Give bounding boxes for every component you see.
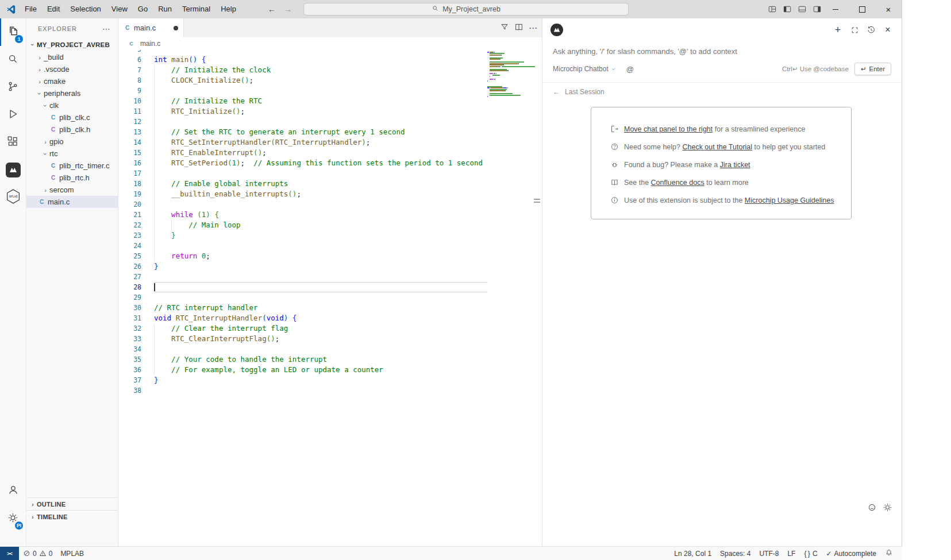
tip-link[interactable]: Move chat panel to the right: [624, 125, 713, 133]
activity-search[interactable]: [0, 46, 26, 74]
code-line-34[interactable]: 34: [118, 344, 487, 354]
code-line-16[interactable]: 16 RTC_SetPeriod(1); // Assuming this fu…: [118, 158, 487, 168]
menu-go[interactable]: Go: [133, 0, 153, 18]
code-line-37[interactable]: 37}: [118, 375, 487, 385]
code-line-17[interactable]: 17: [118, 168, 487, 179]
customize-layout-icon[interactable]: [765, 0, 780, 18]
enter-button[interactable]: ↵ Enter: [854, 63, 891, 75]
history-icon[interactable]: [865, 24, 877, 36]
close-icon[interactable]: ×: [882, 24, 894, 36]
code-line-21[interactable]: 21 while (1) {: [118, 210, 487, 220]
more-actions-icon[interactable]: ⋯: [529, 25, 537, 31]
modified-dot-icon[interactable]: [174, 26, 178, 30]
tree-item-.vscode[interactable]: .vscode: [26, 63, 118, 75]
filter-icon[interactable]: [500, 22, 509, 34]
code-line-14[interactable]: 14 RTC_SetInterruptHandler(RTC_Interrupt…: [118, 137, 487, 148]
tree-item-clk[interactable]: clk: [26, 99, 118, 111]
activity-extensions[interactable]: [0, 129, 26, 156]
code-line-13[interactable]: 13 // Set the RTC to generate an interru…: [118, 127, 487, 137]
menu-edit[interactable]: Edit: [42, 0, 65, 18]
code-line-29[interactable]: 29: [118, 292, 487, 303]
eol-sequence[interactable]: LF: [787, 550, 795, 558]
encoding[interactable]: UTF-8: [759, 550, 779, 558]
close-button[interactable]: ×: [875, 0, 902, 18]
code-line-11[interactable]: 11 RTC_Initialize();: [118, 106, 487, 117]
tree-item-gpio[interactable]: gpio: [26, 136, 118, 148]
menu-terminal[interactable]: Terminal: [177, 0, 215, 18]
tree-item-rtc[interactable]: rtc: [26, 148, 118, 160]
expand-icon[interactable]: [849, 24, 860, 36]
code-line-27[interactable]: 27: [118, 272, 487, 282]
code-line-7[interactable]: 7 // Initialize the clock: [118, 65, 487, 75]
breadcrumb[interactable]: C main.c: [118, 37, 542, 50]
toggle-sidebar-left-icon[interactable]: [780, 0, 795, 18]
code-line-19[interactable]: 19 __builtin_enable_interrupts();: [118, 189, 487, 199]
search-box[interactable]: My_Project_avreb: [303, 3, 629, 16]
code-line-23[interactable]: 23 }: [118, 230, 487, 241]
activity-microchip[interactable]: [0, 156, 26, 184]
code-line-12[interactable]: 12: [118, 117, 487, 127]
activity-mplab[interactable]: MPLAB: [0, 184, 26, 211]
gear-icon[interactable]: [883, 503, 892, 515]
section-timeline[interactable]: TIMELINE: [26, 510, 118, 523]
tree-root[interactable]: MY_PROJECT_AVREB: [26, 38, 118, 51]
tip-link[interactable]: Microchip Usage Guidelines: [745, 196, 834, 204]
forward-icon[interactable]: →: [284, 5, 292, 14]
tab-main-c[interactable]: C main.c: [118, 18, 184, 37]
code-line-31[interactable]: 31void RTC_InterruptHandler(void) {: [118, 313, 487, 323]
activity-accounts[interactable]: [0, 477, 26, 505]
menu-run[interactable]: Run: [153, 0, 177, 18]
maximize-button[interactable]: [849, 0, 875, 18]
section-outline[interactable]: OUTLINE: [26, 497, 118, 510]
menu-view[interactable]: View: [106, 0, 133, 18]
sash-handle[interactable]: [534, 199, 540, 204]
code-line-28[interactable]: 28: [118, 282, 487, 292]
remote-indicator[interactable]: ><: [0, 547, 19, 560]
activity-settings[interactable]: PI: [0, 505, 26, 532]
code-line-26[interactable]: 26}: [118, 261, 487, 272]
chat-input-area[interactable]: Ask anything, '/' for slash commands, '@…: [542, 41, 902, 83]
new-chat-icon[interactable]: +: [832, 24, 844, 36]
code-line-9[interactable]: 9: [118, 86, 487, 96]
code-line-20[interactable]: 20: [118, 199, 487, 210]
tree-item-plib_clk.c[interactable]: Cplib_clk.c: [26, 111, 118, 123]
autocomplete-status[interactable]: ✓ Autocomplete: [826, 550, 876, 558]
activity-source-control[interactable]: [0, 74, 26, 101]
code-line-38[interactable]: 38: [118, 385, 487, 396]
code-line-24[interactable]: 24: [118, 241, 487, 251]
back-icon[interactable]: ←: [268, 5, 276, 14]
code-line-5[interactable]: 5: [118, 50, 487, 55]
smiley-icon[interactable]: [867, 503, 877, 515]
tip-link[interactable]: Jira ticket: [720, 161, 750, 169]
code-line-36[interactable]: 36 // For example, toggle an LED or upda…: [118, 365, 487, 375]
code-line-25[interactable]: 25 return 0;: [118, 251, 487, 261]
code-line-6[interactable]: 6int main() {: [118, 55, 487, 65]
toggle-panel-icon[interactable]: [795, 0, 810, 18]
last-session-link[interactable]: ← Last Session: [542, 83, 902, 101]
tree-item-peripherals[interactable]: peripherals: [26, 87, 118, 99]
tree-item-plib_clk.h[interactable]: Cplib_clk.h: [26, 123, 118, 136]
minimize-button[interactable]: [822, 0, 849, 18]
activity-explorer[interactable]: 1: [0, 18, 26, 46]
tree-item-plib_rtc_timer.c[interactable]: Cplib_rtc_timer.c: [26, 160, 118, 172]
cursor-position[interactable]: Ln 28, Col 1: [674, 550, 711, 558]
code-line-32[interactable]: 32 // Clear the interrupt flag: [118, 323, 487, 334]
code-line-10[interactable]: 10 // Initialize the RTC: [118, 96, 487, 106]
more-actions-icon[interactable]: ⋯: [102, 24, 111, 33]
code-line-22[interactable]: 22 // Main loop: [118, 220, 487, 230]
code-line-30[interactable]: 30// RTC interrupt handler: [118, 303, 487, 313]
model-selector[interactable]: Microchip Chatbot: [553, 65, 616, 73]
code-line-18[interactable]: 18 // Enable global interrupts: [118, 179, 487, 189]
code-line-35[interactable]: 35 // Your code to handle the interrupt: [118, 354, 487, 365]
tree-item-cmake[interactable]: cmake: [26, 75, 118, 87]
menu-file[interactable]: File: [20, 0, 42, 18]
tip-link[interactable]: Confluence docs: [651, 179, 704, 187]
tree-item-main.c[interactable]: Cmain.c: [26, 196, 118, 208]
code-line-8[interactable]: 8 CLOCK_Initialize();: [118, 75, 487, 86]
add-context-icon[interactable]: @: [626, 65, 634, 74]
notifications-bell[interactable]: [885, 549, 893, 558]
activity-run-debug[interactable]: [0, 101, 26, 129]
code-line-33[interactable]: 33 RTC_ClearInterruptFlag();: [118, 334, 487, 344]
problems-status[interactable]: 0 0: [19, 550, 56, 558]
menu-help[interactable]: Help: [215, 0, 241, 18]
